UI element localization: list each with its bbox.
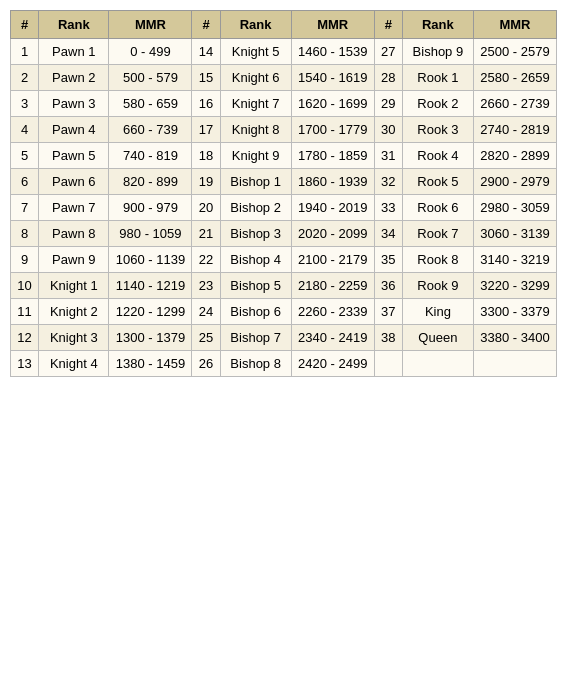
table-cell: 1060 - 1139 — [109, 247, 192, 273]
table-cell: 29 — [374, 91, 402, 117]
table-cell: Knight 4 — [39, 351, 109, 377]
header-rank-2: Rank — [220, 11, 291, 39]
table-cell: 19 — [192, 169, 220, 195]
table-cell: 5 — [11, 143, 39, 169]
table-cell: Knight 1 — [39, 273, 109, 299]
table-cell: 1700 - 1779 — [291, 117, 374, 143]
table-cell: Bishop 8 — [220, 351, 291, 377]
table-cell: Bishop 5 — [220, 273, 291, 299]
table-cell — [402, 351, 473, 377]
table-cell: 24 — [192, 299, 220, 325]
table-cell: Pawn 4 — [39, 117, 109, 143]
table-cell: Knight 8 — [220, 117, 291, 143]
table-cell: 15 — [192, 65, 220, 91]
header-mmr-1: MMR — [109, 11, 192, 39]
table-cell: Pawn 5 — [39, 143, 109, 169]
table-row: 1Pawn 10 - 49914Knight 51460 - 153927Bis… — [11, 39, 557, 65]
table-cell: 3220 - 3299 — [473, 273, 556, 299]
table-cell: 1540 - 1619 — [291, 65, 374, 91]
table-cell: King — [402, 299, 473, 325]
table-row: 10Knight 11140 - 121923Bishop 52180 - 22… — [11, 273, 557, 299]
table-cell: 1380 - 1459 — [109, 351, 192, 377]
table-cell: Bishop 9 — [402, 39, 473, 65]
table-cell: 2660 - 2739 — [473, 91, 556, 117]
table-cell: 31 — [374, 143, 402, 169]
table-cell: 580 - 659 — [109, 91, 192, 117]
table-cell: 2580 - 2659 — [473, 65, 556, 91]
table-row: 5Pawn 5740 - 81918Knight 91780 - 185931R… — [11, 143, 557, 169]
table-cell: Rook 8 — [402, 247, 473, 273]
table-cell: 27 — [374, 39, 402, 65]
header-mmr-3: MMR — [473, 11, 556, 39]
table-cell: 26 — [192, 351, 220, 377]
table-cell: Rook 9 — [402, 273, 473, 299]
table-cell: 7 — [11, 195, 39, 221]
table-cell: 18 — [192, 143, 220, 169]
table-cell: 9 — [11, 247, 39, 273]
table-cell: 3 — [11, 91, 39, 117]
header-num-3: # — [374, 11, 402, 39]
table-cell: Bishop 4 — [220, 247, 291, 273]
table-cell: 17 — [192, 117, 220, 143]
table-cell: Rook 3 — [402, 117, 473, 143]
table-cell: 660 - 739 — [109, 117, 192, 143]
table-cell: 2900 - 2979 — [473, 169, 556, 195]
table-cell: 1780 - 1859 — [291, 143, 374, 169]
table-cell: 3380 - 3400 — [473, 325, 556, 351]
table-cell: Rook 5 — [402, 169, 473, 195]
table-cell: 1220 - 1299 — [109, 299, 192, 325]
table-cell: 8 — [11, 221, 39, 247]
table-cell: 38 — [374, 325, 402, 351]
table-cell: 16 — [192, 91, 220, 117]
table-cell: Knight 9 — [220, 143, 291, 169]
table-cell: Bishop 6 — [220, 299, 291, 325]
table-cell: Pawn 1 — [39, 39, 109, 65]
table-cell: 500 - 579 — [109, 65, 192, 91]
table-cell: Pawn 2 — [39, 65, 109, 91]
table-cell: 20 — [192, 195, 220, 221]
table-cell: Knight 2 — [39, 299, 109, 325]
table-row: 3Pawn 3580 - 65916Knight 71620 - 169929R… — [11, 91, 557, 117]
table-cell: Knight 5 — [220, 39, 291, 65]
table-row: 13Knight 41380 - 145926Bishop 82420 - 24… — [11, 351, 557, 377]
table-cell: 36 — [374, 273, 402, 299]
table-cell — [374, 351, 402, 377]
table-cell: Pawn 7 — [39, 195, 109, 221]
table-cell: 740 - 819 — [109, 143, 192, 169]
table-cell: Pawn 8 — [39, 221, 109, 247]
table-cell: Bishop 7 — [220, 325, 291, 351]
table-row: 2Pawn 2500 - 57915Knight 61540 - 161928R… — [11, 65, 557, 91]
header-mmr-2: MMR — [291, 11, 374, 39]
table-cell: 37 — [374, 299, 402, 325]
table-cell: Knight 3 — [39, 325, 109, 351]
table-cell: 35 — [374, 247, 402, 273]
table-cell: 2100 - 2179 — [291, 247, 374, 273]
table-cell: Pawn 9 — [39, 247, 109, 273]
table-cell: 32 — [374, 169, 402, 195]
table-row: 4Pawn 4660 - 73917Knight 81700 - 177930R… — [11, 117, 557, 143]
rank-mmr-table: # Rank MMR # Rank MMR # Rank MMR 1Pawn 1… — [10, 10, 557, 377]
table-cell: 34 — [374, 221, 402, 247]
table-cell: 1460 - 1539 — [291, 39, 374, 65]
table-cell: 2420 - 2499 — [291, 351, 374, 377]
header-num-1: # — [11, 11, 39, 39]
table-cell: 2500 - 2579 — [473, 39, 556, 65]
table-cell: 1140 - 1219 — [109, 273, 192, 299]
table-cell: Bishop 1 — [220, 169, 291, 195]
table-row: 7Pawn 7900 - 97920Bishop 21940 - 201933R… — [11, 195, 557, 221]
header-rank-3: Rank — [402, 11, 473, 39]
table-cell: 30 — [374, 117, 402, 143]
table-row: 8Pawn 8980 - 105921Bishop 32020 - 209934… — [11, 221, 557, 247]
table-cell: Pawn 3 — [39, 91, 109, 117]
table-row: 11Knight 21220 - 129924Bishop 62260 - 23… — [11, 299, 557, 325]
table-cell: 900 - 979 — [109, 195, 192, 221]
table-cell: Knight 6 — [220, 65, 291, 91]
table-cell: 21 — [192, 221, 220, 247]
table-row: 6Pawn 6820 - 89919Bishop 11860 - 193932R… — [11, 169, 557, 195]
table-cell: 2 — [11, 65, 39, 91]
table-cell: 2820 - 2899 — [473, 143, 556, 169]
table-cell: 0 - 499 — [109, 39, 192, 65]
table-cell: 2740 - 2819 — [473, 117, 556, 143]
table-cell: 12 — [11, 325, 39, 351]
table-cell: 11 — [11, 299, 39, 325]
